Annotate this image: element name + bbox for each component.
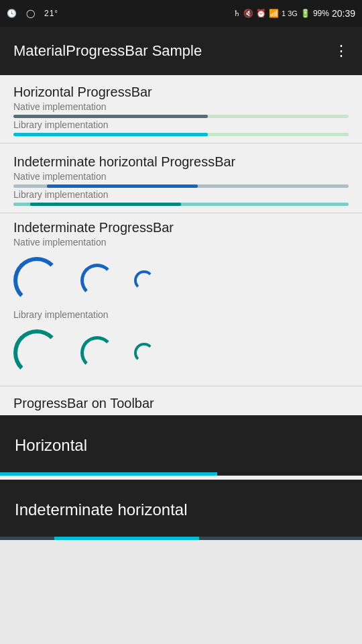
overflow-menu-icon[interactable]: ⋮ xyxy=(334,42,349,60)
status-icons: 🕓 ◯ 21° xyxy=(7,9,58,18)
indeterminate-progressbar-section: Indeterminate ProgressBar Native impleme… xyxy=(0,215,362,384)
status-bar: 🕓 ◯ 21° ♄ 🔇 ⏰ 📶 1 3G 🔋 99% 20:39 xyxy=(0,0,362,27)
time: 20:39 xyxy=(332,8,355,19)
divider-1 xyxy=(0,143,362,144)
horizontal-progressbar-section: Horizontal ProgressBar Native implementa… xyxy=(0,75,362,142)
content-area: Horizontal ProgressBar Native implementa… xyxy=(0,75,362,540)
toolbar-horizontal-progress xyxy=(0,472,217,476)
horizontal-library-label: Library implementation xyxy=(13,119,349,130)
status-left-icons: 🕓 ◯ 21° xyxy=(7,9,58,18)
battery-level: 99% xyxy=(313,9,329,18)
app-title: MaterialProgressBar Sample xyxy=(13,42,202,60)
library-spinners-row xyxy=(13,323,349,382)
indeterminate-horizontal-library-track xyxy=(13,203,349,206)
indeterminate-horizontal-section: Indeterminate horizontal ProgressBar Nat… xyxy=(0,145,362,211)
toolbar-horizontal-item: Horizontal xyxy=(0,415,362,476)
horizontal-native-fill xyxy=(13,115,208,118)
toolbar-indeterminate-horizontal-label: Indeterminate horizontal xyxy=(15,500,187,519)
indeterminate-horizontal-library-label: Library implementation xyxy=(13,189,349,200)
indeterminate-horizontal-native-track xyxy=(13,184,349,188)
toolbar-indeterminate-bar xyxy=(54,537,199,540)
indeterminate-horizontal-title: Indeterminate horizontal ProgressBar xyxy=(13,154,349,170)
native-spinner-medium xyxy=(80,264,114,297)
volume-icon: 🔇 xyxy=(243,9,253,18)
indeterminate-progressbar-library-label: Library implementation xyxy=(13,309,349,320)
alarm-icon: ⏰ xyxy=(256,9,266,18)
toolbar-horizontal-label: Horizontal xyxy=(15,436,87,455)
horizontal-native-label: Native implementation xyxy=(13,101,349,112)
toolbar-indeterminate-track xyxy=(0,537,362,540)
indeterminate-horizontal-native-bar xyxy=(47,184,198,188)
network-icon: 1 3G xyxy=(282,9,298,17)
horizontal-library-track xyxy=(13,133,349,136)
native-spinner-small xyxy=(134,270,154,290)
progressbar-toolbar-label: ProgressBar on Toolbar xyxy=(0,388,362,415)
native-spinners-row xyxy=(13,250,349,309)
library-spinner-large xyxy=(13,329,60,376)
divider-3 xyxy=(0,386,362,386)
indeterminate-progressbar-title: Indeterminate ProgressBar xyxy=(13,220,349,235)
indeterminate-horizontal-library-bar xyxy=(30,203,181,206)
library-spinner-medium xyxy=(80,336,114,370)
library-spinner-small xyxy=(134,343,154,363)
wifi-icon: 📶 xyxy=(269,9,279,18)
bluetooth-icon: ♄ xyxy=(233,9,241,18)
horizontal-native-track xyxy=(13,115,349,118)
toolbar-indeterminate-horizontal-item: Indeterminate horizontal xyxy=(0,480,362,540)
battery-icon: 🔋 xyxy=(300,9,310,18)
horizontal-library-fill xyxy=(13,133,208,136)
horizontal-progressbar-title: Horizontal ProgressBar xyxy=(13,85,349,100)
status-right-icons: ♄ 🔇 ⏰ 📶 1 3G 🔋 99% 20:39 xyxy=(233,8,355,19)
native-spinner-large xyxy=(13,257,60,304)
indeterminate-horizontal-native-label: Native implementation xyxy=(13,171,349,182)
app-bar: MaterialProgressBar Sample ⋮ xyxy=(0,27,362,75)
divider-2 xyxy=(0,213,362,213)
indeterminate-progressbar-native-label: Native implementation xyxy=(13,237,349,248)
